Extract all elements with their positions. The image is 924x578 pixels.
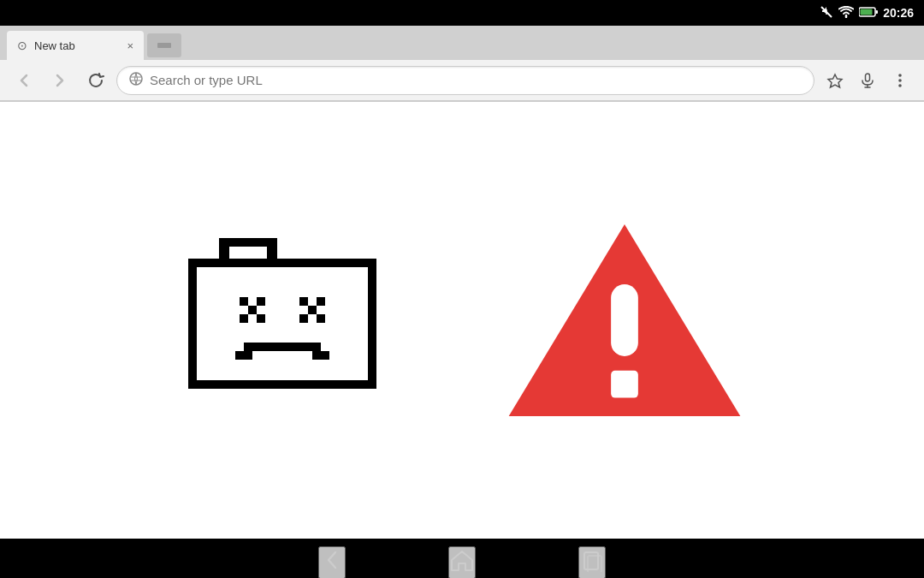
svg-rect-18	[197, 259, 368, 267]
svg-rect-26	[248, 306, 257, 314]
warning-triangle-icon	[496, 200, 753, 440]
sad-folder-icon	[171, 216, 394, 425]
toolbar-right-buttons	[820, 65, 915, 96]
svg-rect-34	[244, 343, 252, 351]
toolbar	[0, 60, 924, 101]
svg-rect-43	[235, 351, 244, 360]
battery-icon	[859, 7, 878, 20]
svg-rect-24	[240, 297, 248, 306]
svg-rect-36	[261, 343, 270, 351]
svg-point-6	[130, 73, 142, 85]
status-bar: 20:26	[0, 0, 924, 26]
tab-close-button[interactable]: ×	[127, 39, 133, 52]
svg-rect-21	[188, 380, 376, 389]
address-bar[interactable]	[116, 66, 814, 95]
mic-button[interactable]	[852, 65, 883, 96]
address-globe-icon	[129, 72, 143, 88]
svg-rect-3	[861, 9, 873, 15]
forward-button[interactable]	[44, 65, 75, 96]
svg-rect-42	[312, 343, 321, 351]
svg-rect-38	[278, 343, 287, 351]
svg-rect-30	[317, 297, 325, 306]
svg-point-15	[898, 84, 902, 87]
clock: 20:26	[883, 6, 914, 20]
svg-rect-46	[321, 351, 329, 360]
svg-rect-48	[611, 284, 638, 356]
svg-rect-27	[240, 314, 248, 323]
new-tab-area	[147, 33, 181, 57]
svg-rect-35	[252, 343, 261, 351]
svg-rect-25	[257, 297, 265, 306]
tab-title: New tab	[34, 39, 120, 52]
wifi-icon	[838, 6, 854, 21]
svg-rect-40	[295, 343, 304, 351]
svg-rect-33	[317, 314, 325, 323]
nav-bar	[0, 539, 924, 578]
svg-rect-44	[244, 351, 252, 360]
android-recents-button[interactable]	[578, 546, 606, 579]
svg-rect-28	[257, 314, 265, 323]
svg-rect-32	[299, 314, 308, 323]
svg-marker-50	[452, 551, 472, 570]
main-content	[0, 102, 924, 539]
svg-point-13	[898, 74, 902, 77]
active-tab[interactable]: ⊙ New tab ×	[7, 31, 144, 60]
svg-rect-31	[308, 306, 317, 314]
svg-rect-49	[611, 371, 638, 398]
url-input[interactable]	[150, 73, 802, 87]
status-icons: 20:26	[820, 5, 914, 21]
tab-bar: ⊙ New tab ×	[0, 26, 924, 60]
android-back-button[interactable]	[318, 546, 346, 579]
svg-rect-19	[188, 259, 197, 387]
browser-chrome: ⊙ New tab ×	[0, 26, 924, 102]
svg-point-14	[898, 79, 902, 82]
svg-rect-20	[368, 259, 376, 387]
svg-rect-41	[304, 343, 312, 351]
mute-icon	[820, 5, 833, 21]
android-home-button[interactable]	[448, 546, 476, 579]
svg-rect-5	[157, 43, 171, 48]
tab-favicon-icon: ⊙	[17, 39, 27, 52]
menu-button[interactable]	[885, 65, 915, 96]
svg-rect-4	[876, 10, 879, 14]
bookmark-button[interactable]	[820, 65, 850, 96]
svg-rect-22	[197, 267, 368, 380]
svg-marker-9	[828, 74, 842, 87]
reload-button[interactable]	[80, 65, 111, 96]
svg-rect-29	[299, 297, 308, 306]
svg-rect-10	[866, 74, 870, 81]
svg-rect-39	[287, 343, 295, 351]
svg-rect-37	[270, 343, 278, 351]
svg-rect-45	[312, 351, 321, 360]
back-button[interactable]	[9, 65, 39, 96]
svg-rect-23	[229, 247, 267, 259]
